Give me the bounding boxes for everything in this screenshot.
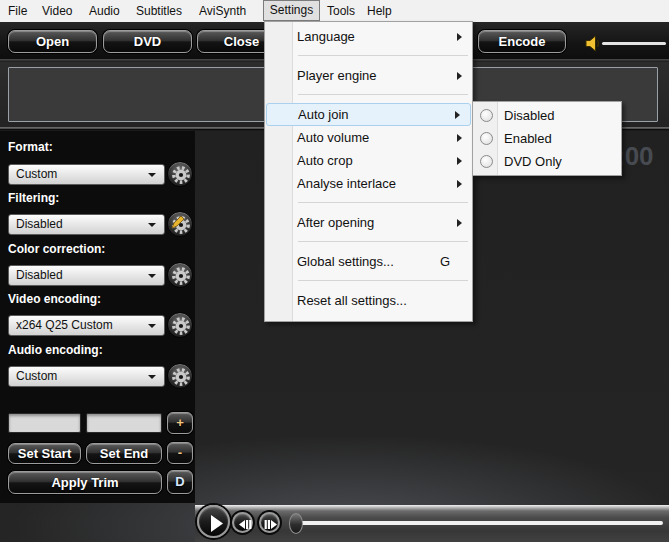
step-forward-button[interactable]: [259, 512, 280, 533]
radio-checked-icon: [480, 155, 493, 168]
menu-item-label: Auto join: [298, 107, 349, 122]
menu-item-label: Auto crop: [297, 153, 353, 168]
trim-remove-button[interactable]: -: [167, 442, 193, 464]
play-button[interactable]: [197, 505, 230, 538]
menu-avisynth[interactable]: AviSynth: [195, 0, 250, 22]
chevron-down-icon: [148, 375, 156, 379]
gear-icon: [171, 367, 191, 387]
menu-item-language[interactable]: Language: [265, 25, 472, 48]
menu-subtitles[interactable]: Subtitles: [132, 0, 186, 22]
filtering-combobox[interactable]: Disabled: [8, 214, 165, 235]
filtering-settings-button[interactable]: [167, 211, 193, 237]
audio-encoding-label: Audio encoding:: [8, 343, 103, 357]
seek-slider[interactable]: [297, 521, 663, 525]
audio-encoding-settings-button[interactable]: [167, 363, 193, 389]
menu-item-auto-join[interactable]: Auto join: [266, 103, 471, 126]
format-label: Format:: [8, 140, 53, 154]
submenu-arrow-icon: [457, 72, 462, 80]
submenu-item-enabled[interactable]: Enabled: [473, 127, 621, 150]
menu-item-label: Analyse interlace: [297, 176, 396, 191]
filtering-value: Disabled: [16, 217, 63, 231]
menu-separator: [298, 202, 468, 203]
settings-menu: Language Player engine Auto join Auto vo…: [264, 21, 473, 322]
format-settings-button[interactable]: [167, 161, 193, 187]
filtering-label: Filtering:: [8, 191, 59, 205]
dvd-button[interactable]: DVD: [103, 30, 192, 53]
menu-separator: [298, 241, 468, 242]
submenu-arrow-icon: [457, 180, 462, 188]
gear-icon: [171, 266, 191, 286]
menu-item-label: Reset all settings...: [297, 293, 407, 308]
menu-file[interactable]: File: [4, 0, 31, 22]
menu-help[interactable]: Help: [363, 0, 396, 22]
color-correction-label: Color correction:: [8, 242, 105, 256]
set-end-button[interactable]: Set End: [86, 443, 162, 464]
radio-icon: [480, 132, 493, 145]
volume-slider[interactable]: [602, 42, 666, 45]
menu-item-label: Language: [297, 29, 355, 44]
gear-icon: [171, 316, 191, 336]
step-back-icon: [234, 514, 255, 535]
menu-item-auto-crop[interactable]: Auto crop: [265, 149, 472, 172]
submenu-arrow-icon: [457, 134, 462, 142]
seek-thumb[interactable]: [289, 513, 303, 534]
menu-item-label: After opening: [297, 215, 374, 230]
color-correction-settings-button[interactable]: [167, 262, 193, 288]
speaker-icon[interactable]: [584, 34, 601, 53]
submenu-arrow-icon: [457, 33, 462, 41]
format-value: Custom: [16, 167, 57, 181]
left-panel: Format: Custom Filtering: Disabled: [0, 131, 195, 503]
encode-button[interactable]: Encode: [478, 30, 566, 53]
menu-separator: [298, 94, 468, 95]
menu-item-player-engine[interactable]: Player engine: [265, 64, 472, 87]
menu-separator: [298, 280, 468, 281]
submenu-item-dvd-only[interactable]: DVD Only: [473, 150, 621, 173]
submenu-arrow-icon: [455, 111, 460, 119]
color-correction-combobox[interactable]: Disabled: [8, 265, 165, 286]
menu-bar: File Video Audio Subtitles AviSynth Sett…: [0, 0, 669, 22]
auto-join-submenu: Disabled Enabled DVD Only: [472, 101, 622, 176]
trim-start-field[interactable]: [8, 413, 81, 433]
menu-audio[interactable]: Audio: [85, 0, 124, 22]
menu-shortcut: G: [440, 250, 450, 273]
trim-end-field[interactable]: [86, 413, 162, 433]
video-encoding-combobox[interactable]: x264 Q25 Custom: [8, 315, 165, 336]
menu-tools[interactable]: Tools: [323, 0, 359, 22]
gear-icon: [171, 165, 191, 185]
step-forward-icon: [261, 514, 282, 535]
radio-icon: [480, 109, 493, 122]
audio-encoding-combobox[interactable]: Custom: [8, 366, 165, 387]
menu-separator: [298, 55, 468, 56]
step-back-button[interactable]: [232, 512, 253, 533]
menu-item-global-settings[interactable]: Global settings... G: [265, 250, 472, 273]
playback-bar: [195, 505, 669, 542]
play-icon: [199, 507, 232, 540]
video-encoding-value: x264 Q25 Custom: [16, 318, 113, 332]
apply-trim-button[interactable]: Apply Trim: [8, 471, 162, 494]
menu-item-label: Global settings...: [297, 254, 394, 269]
set-start-button[interactable]: Set Start: [8, 443, 81, 464]
menu-item-auto-volume[interactable]: Auto volume: [265, 126, 472, 149]
video-encoding-label: Video encoding:: [8, 292, 101, 306]
menu-item-analyse-interlace[interactable]: Analyse interlace: [265, 172, 472, 195]
open-button[interactable]: Open: [8, 30, 97, 53]
chevron-down-icon: [148, 324, 156, 328]
menu-settings[interactable]: Settings: [263, 0, 320, 21]
chevron-down-icon: [148, 173, 156, 177]
submenu-arrow-icon: [457, 157, 462, 165]
menu-item-label: Player engine: [297, 68, 377, 83]
submenu-item-disabled[interactable]: Disabled: [473, 104, 621, 127]
submenu-item-label: Enabled: [504, 131, 552, 146]
submenu-item-label: DVD Only: [504, 154, 562, 169]
color-correction-value: Disabled: [16, 268, 63, 282]
menu-video[interactable]: Video: [38, 0, 76, 22]
menu-item-after-opening[interactable]: After opening: [265, 211, 472, 234]
menu-item-reset-all-settings[interactable]: Reset all settings...: [265, 289, 472, 312]
trim-add-button[interactable]: +: [167, 412, 193, 434]
video-encoding-settings-button[interactable]: [167, 312, 193, 338]
trim-d-button[interactable]: D: [167, 470, 193, 494]
app-window: File Video Audio Subtitles AviSynth Sett…: [0, 0, 669, 542]
menu-item-label: Auto volume: [297, 130, 369, 145]
submenu-arrow-icon: [457, 219, 462, 227]
format-combobox[interactable]: Custom: [8, 164, 165, 185]
